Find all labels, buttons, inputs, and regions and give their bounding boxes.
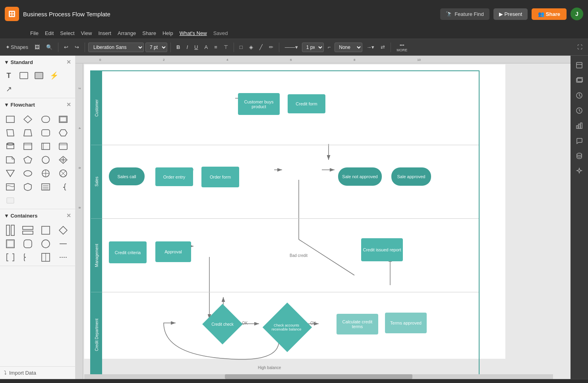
rect-shape[interactable] <box>17 70 30 81</box>
bold-btn[interactable]: B <box>174 43 182 51</box>
ct-horizontal[interactable] <box>21 224 35 236</box>
share-button[interactable]: 👥 Share <box>532 8 567 20</box>
feature-find-button[interactable]: 🔭 File Feature Find <box>440 8 489 20</box>
nav-arrange[interactable]: Arrange <box>115 29 138 37</box>
valign-btn[interactable]: ⊤ <box>221 43 230 51</box>
filled-rect-shape[interactable] <box>33 70 45 81</box>
fc-rect[interactable] <box>3 113 17 125</box>
canvas-area[interactable]: 0 2 4 6 8 10 2 4 6 8 <box>75 56 571 379</box>
fc-ellipse[interactable] <box>21 167 35 179</box>
fc-rect5[interactable] <box>56 140 70 152</box>
image-insert-btn[interactable]: 🖼 <box>32 43 42 51</box>
scroll-thumb-h[interactable] <box>225 374 412 379</box>
line-btn[interactable]: ╱ <box>257 43 265 51</box>
standard-header[interactable]: ▼ Standard ✕ <box>0 56 75 68</box>
node-calculate-credit-terms[interactable]: Calculate credit terms <box>337 314 378 334</box>
shape-style-btn[interactable]: □ <box>237 43 245 51</box>
fc-target[interactable] <box>39 167 53 179</box>
fc-rounded[interactable] <box>39 113 53 125</box>
italic-btn[interactable]: I <box>184 43 190 51</box>
connection-style-selector[interactable]: None Curved <box>335 43 362 52</box>
scrollbar-horizontal[interactable] <box>84 374 553 379</box>
node-approval[interactable]: Approval <box>155 241 191 262</box>
fc-circle[interactable] <box>39 154 53 166</box>
nav-edit[interactable]: Edit <box>43 29 56 37</box>
fc-diamond[interactable] <box>21 113 35 125</box>
node-sale-not-approved[interactable]: Sale not approved <box>338 167 382 186</box>
node-order-entry[interactable]: Order entry <box>155 167 193 186</box>
fc-blank[interactable] <box>3 194 17 206</box>
text-shape[interactable]: T <box>2 70 15 81</box>
arrow-shape[interactable]: ↗ <box>2 84 15 95</box>
node-sale-approved[interactable]: Sale approved <box>391 167 431 186</box>
ct-line[interactable] <box>56 238 70 250</box>
underline-btn[interactable]: U <box>192 43 200 51</box>
ct-circle2[interactable] <box>39 238 53 250</box>
ct-box[interactable] <box>39 224 53 236</box>
diagram-canvas[interactable]: Customer Sales Management Credit <box>84 64 505 359</box>
font-color-btn[interactable]: A <box>202 43 211 51</box>
ct-bracket[interactable] <box>3 251 17 263</box>
node-terms-approved[interactable]: Terms approved <box>385 313 427 333</box>
fc-pentagon[interactable] <box>21 154 35 166</box>
nav-file[interactable]: File <box>28 29 41 37</box>
comment-btn[interactable] <box>573 134 586 147</box>
fc-hexagon[interactable] <box>56 127 70 139</box>
nav-help[interactable]: Help <box>160 29 176 37</box>
fc-note[interactable] <box>3 154 17 166</box>
fc-parallelogram[interactable] <box>3 127 17 139</box>
fc-cylinder[interactable] <box>3 140 17 152</box>
node-credit-issued-report[interactable]: Credit issued report <box>361 238 403 261</box>
fc-rect4[interactable] <box>39 140 53 152</box>
ct-brace2[interactable] <box>21 251 35 263</box>
node-credit-criteria[interactable]: Credit criteria <box>109 241 147 263</box>
ct-dash[interactable] <box>56 251 70 263</box>
search-btn[interactable]: 🔍 <box>44 43 55 51</box>
fc-double-rect[interactable] <box>56 113 70 125</box>
node-check-accounts-diamond[interactable] <box>263 303 312 352</box>
standard-close-icon[interactable]: ✕ <box>66 59 71 65</box>
containers-header[interactable]: ▼ Containers ✕ <box>0 209 75 222</box>
shapes-panel-btn[interactable]: ✦ Shapes <box>3 43 31 51</box>
node-credit-form[interactable]: Credit form <box>288 94 325 113</box>
fullscreen-btn[interactable]: ⛶ <box>575 43 585 51</box>
fc-wave[interactable] <box>3 181 17 193</box>
lightning-shape[interactable]: ⚡ <box>48 70 60 81</box>
line-width-selector[interactable]: 1 px 2 px 3 px <box>302 43 324 52</box>
fc-rect3[interactable] <box>21 140 35 152</box>
font-selector[interactable]: Liberation Sans <box>88 43 144 52</box>
present-button[interactable]: ▶ Present <box>493 8 528 20</box>
magic-btn[interactable] <box>573 165 586 177</box>
font-size-selector[interactable]: 7 pt 8 pt 10 pt 12 pt <box>145 43 167 52</box>
line-style-btn[interactable]: ——▾ <box>282 43 300 51</box>
arrow-style-btn[interactable]: →▾ <box>364 43 377 51</box>
ct-rounded2[interactable] <box>21 238 35 250</box>
fc-trapezoid[interactable] <box>21 127 35 139</box>
align-btn[interactable]: ≡ <box>212 43 220 51</box>
fc-rounded2[interactable] <box>39 127 53 139</box>
waypoint-btn[interactable]: ⌐ <box>325 43 333 51</box>
nav-view[interactable]: View <box>79 29 95 37</box>
node-order-form[interactable]: Order form <box>201 167 239 187</box>
flowchart-close-icon[interactable]: ✕ <box>66 101 71 108</box>
import-data-button[interactable]: ⤵ Import Data <box>0 366 75 379</box>
edit-shape-btn[interactable]: ✏ <box>267 43 276 51</box>
nav-share[interactable]: Share <box>140 29 159 37</box>
fc-x-circle[interactable] <box>56 167 70 179</box>
layers-btn[interactable] <box>573 74 586 87</box>
ct-rect2[interactable] <box>3 238 17 250</box>
node-credit-check-diamond[interactable] <box>202 304 243 344</box>
clock-btn[interactable] <box>573 104 586 117</box>
nav-insert[interactable]: Insert <box>96 29 114 37</box>
ct-diamond[interactable] <box>56 224 70 236</box>
ct-vertical[interactable] <box>3 224 17 236</box>
style-btn[interactable] <box>573 89 586 102</box>
node-sales-call[interactable]: Sales call <box>109 167 145 185</box>
chart-btn[interactable] <box>573 119 586 132</box>
undo-btn[interactable]: ↩ <box>62 43 71 51</box>
nav-whats-new[interactable]: What's New <box>177 29 209 37</box>
fc-list[interactable] <box>39 181 53 193</box>
fc-brace[interactable] <box>56 181 70 193</box>
ct-split[interactable] <box>39 251 53 263</box>
fill-btn[interactable]: ◈ <box>247 43 255 51</box>
